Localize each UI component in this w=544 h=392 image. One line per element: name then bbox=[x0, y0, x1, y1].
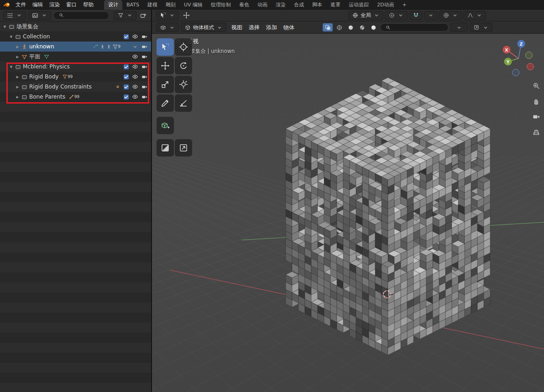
workspace-tab-建模[interactable]: 建模 bbox=[143, 0, 162, 10]
toggle-render[interactable] bbox=[140, 63, 149, 70]
viewport-3d[interactable]: 用户透视 (0) 场景集合 | unknown X bbox=[152, 34, 544, 392]
tool-annotate[interactable] bbox=[157, 94, 174, 112]
outliner-row[interactable]: ▶平面 bbox=[0, 52, 151, 62]
tool-mask-a[interactable] bbox=[157, 139, 174, 157]
workspace-tab-设计[interactable]: 设计 bbox=[104, 0, 122, 10]
active-tool-dropdown[interactable] bbox=[156, 11, 179, 20]
nav-zoom-button[interactable] bbox=[531, 80, 542, 91]
nav-hand-button[interactable] bbox=[531, 96, 542, 107]
shading-rendered-button[interactable] bbox=[368, 23, 378, 31]
snap-dropdown[interactable] bbox=[424, 11, 438, 20]
tool-measure[interactable] bbox=[175, 94, 192, 112]
tool-add-cube[interactable] bbox=[157, 117, 174, 134]
shading-material-button[interactable] bbox=[357, 23, 367, 31]
toggle-checkbox[interactable] bbox=[121, 73, 131, 80]
disclosure-icon[interactable]: ▼ bbox=[8, 35, 14, 39]
outliner-row[interactable]: ▶unknown9 bbox=[0, 42, 151, 52]
workspace-tab-BATS[interactable]: BATS bbox=[122, 0, 143, 10]
menu-窗口[interactable]: 窗口 bbox=[63, 1, 80, 9]
viewport-canvas[interactable] bbox=[152, 34, 544, 392]
toggle-visibility[interactable] bbox=[131, 83, 140, 90]
axis-neg-z[interactable] bbox=[513, 69, 519, 76]
disclosure-icon[interactable]: ▼ bbox=[8, 65, 14, 69]
disclosure-icon[interactable]: ▶ bbox=[15, 55, 21, 59]
axis-neg-y[interactable] bbox=[526, 52, 533, 59]
shading-solid-button[interactable] bbox=[345, 23, 356, 31]
toggle-checkbox[interactable] bbox=[121, 93, 131, 100]
filter-dropdown[interactable] bbox=[114, 11, 136, 20]
outliner-row[interactable]: ▶Rigid Body Constraints bbox=[0, 82, 151, 92]
navigation-gizmo[interactable]: X Y Z bbox=[498, 37, 538, 77]
outliner-row[interactable]: ▼场景集合 bbox=[0, 21, 151, 31]
mode-dropdown[interactable]: 物体模式 bbox=[181, 23, 226, 32]
workspace-tab-着色[interactable]: 着色 bbox=[235, 0, 253, 10]
workspace-tab-纹理绘制[interactable]: 纹理绘制 bbox=[207, 0, 235, 10]
menu-帮助[interactable]: 帮助 bbox=[80, 1, 97, 9]
toggle-checkbox[interactable] bbox=[121, 63, 131, 70]
toggle-visibility[interactable] bbox=[131, 73, 140, 80]
disclosure-icon[interactable]: ▶ bbox=[15, 75, 21, 79]
toggle-render[interactable] bbox=[140, 93, 149, 100]
nav-grid-view-button[interactable] bbox=[531, 127, 542, 138]
outliner-row[interactable]: ▶Bone Parents99 bbox=[0, 92, 151, 102]
disclosure-icon[interactable]: ▶ bbox=[15, 85, 21, 89]
nav-camera-view-button[interactable] bbox=[531, 111, 542, 122]
outliner-row[interactable]: ▼Collection bbox=[0, 31, 151, 42]
axis-neg-x[interactable] bbox=[527, 63, 534, 70]
toggle-render[interactable] bbox=[140, 83, 149, 90]
pivot-dropdown[interactable] bbox=[385, 11, 408, 20]
toggle-visibility[interactable] bbox=[131, 63, 140, 70]
workspace-tab-渲染[interactable]: 渲染 bbox=[272, 0, 290, 10]
outliner-search[interactable] bbox=[53, 11, 109, 20]
viewport-menu-添加[interactable]: 添加 bbox=[263, 23, 280, 32]
workspace-tab-UV 编辑[interactable]: UV 编辑 bbox=[180, 0, 207, 10]
workspace-tab-+[interactable]: + bbox=[398, 0, 410, 10]
move-tool-icon[interactable] bbox=[182, 12, 191, 19]
menu-文件[interactable]: 文件 bbox=[12, 1, 29, 9]
outliner-row[interactable]: ▼Mcblend: Physics bbox=[0, 62, 151, 72]
viewport-search[interactable] bbox=[380, 23, 449, 31]
xray-toggle[interactable] bbox=[323, 23, 333, 31]
disclosure-icon[interactable]: ▶ bbox=[15, 45, 21, 49]
workspace-tab-动画[interactable]: 动画 bbox=[253, 0, 272, 10]
toggle-render[interactable] bbox=[140, 43, 149, 50]
toggle-checkbox[interactable] bbox=[121, 33, 131, 40]
viewport-search-input[interactable] bbox=[394, 25, 445, 31]
tool-rotate[interactable] bbox=[175, 57, 192, 74]
workspace-tab-脚本[interactable]: 脚本 bbox=[308, 0, 326, 10]
toggle-visibility[interactable] bbox=[131, 53, 140, 60]
shading-wireframe-button[interactable] bbox=[334, 23, 344, 31]
disclosure-icon[interactable]: ▼ bbox=[2, 25, 8, 29]
workspace-tab-遮罩[interactable]: 遮罩 bbox=[326, 0, 345, 10]
viewport-menu-视图[interactable]: 视图 bbox=[228, 23, 246, 32]
orientation-dropdown[interactable]: 全局 bbox=[348, 11, 383, 20]
falloff-dropdown[interactable] bbox=[463, 11, 486, 20]
menu-编辑[interactable]: 编辑 bbox=[29, 1, 46, 9]
toggle-visibility[interactable] bbox=[131, 33, 140, 40]
tool-mask-b[interactable] bbox=[175, 139, 192, 157]
disclosure-icon[interactable]: ▶ bbox=[15, 95, 21, 99]
shading-dropdown[interactable] bbox=[450, 23, 468, 32]
menu-渲染[interactable]: 渲染 bbox=[46, 1, 63, 9]
snap-toggle[interactable] bbox=[409, 11, 423, 20]
tool-move[interactable] bbox=[157, 57, 174, 74]
blender-logo-icon[interactable] bbox=[2, 1, 11, 8]
outliner-search-input[interactable] bbox=[67, 12, 105, 18]
toggle-render[interactable] bbox=[140, 53, 149, 60]
workspace-tab-2D动画[interactable]: 2D动画 bbox=[373, 0, 398, 10]
new-collection-button[interactable] bbox=[139, 12, 148, 19]
tool-transform[interactable] bbox=[175, 76, 192, 93]
tool-cursor-tool[interactable] bbox=[175, 38, 192, 56]
workspace-tab-雕刻[interactable]: 雕刻 bbox=[162, 0, 180, 10]
toggle-render[interactable] bbox=[140, 33, 149, 40]
toggle-checkbox[interactable] bbox=[121, 83, 131, 90]
viewport-menu-物体[interactable]: 物体 bbox=[280, 23, 298, 32]
toggle-render[interactable] bbox=[140, 73, 149, 80]
display-mode-dropdown[interactable] bbox=[28, 11, 51, 20]
proportional-toggle[interactable] bbox=[439, 11, 462, 20]
viewport-menu-选择[interactable]: 选择 bbox=[246, 23, 263, 32]
overlays-dropdown[interactable] bbox=[470, 23, 492, 32]
editor-type-dropdown[interactable] bbox=[3, 11, 26, 20]
workspace-tab-合成[interactable]: 合成 bbox=[290, 0, 308, 10]
tool-select-box[interactable] bbox=[157, 38, 174, 56]
